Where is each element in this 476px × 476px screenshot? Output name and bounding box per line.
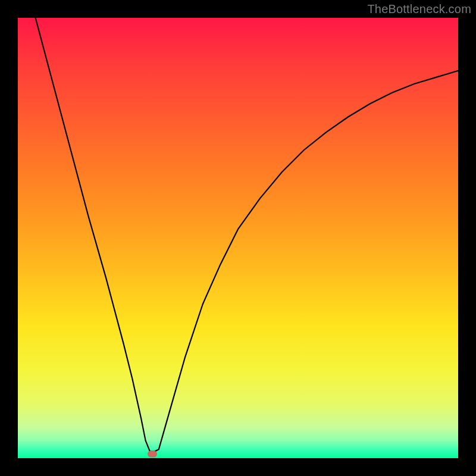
curve-path — [36, 18, 458, 452]
bottleneck-curve — [18, 18, 458, 458]
plot-area — [18, 18, 458, 458]
watermark-text: TheBottleneck.com — [367, 2, 471, 16]
chart-frame: TheBottleneck.com — [0, 0, 476, 476]
optimal-point-marker — [148, 450, 157, 457]
